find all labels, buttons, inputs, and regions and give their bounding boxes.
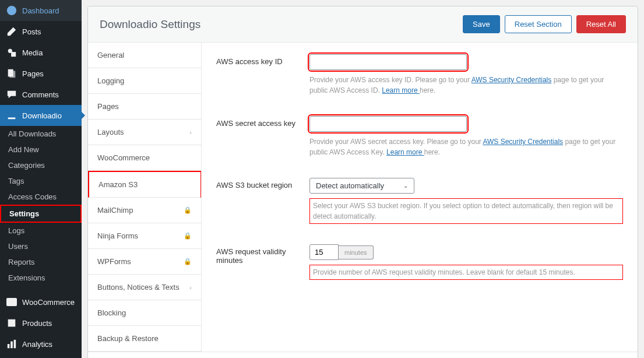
tab-blocking[interactable]: Blocking	[88, 300, 201, 326]
dashboard-icon	[6, 5, 17, 16]
sidebar-item-comments[interactable]: Comments	[0, 84, 82, 105]
sidebar-label: Analytics	[22, 340, 52, 349]
tab-layouts[interactable]: Layouts›	[88, 120, 201, 145]
svg-rect-7	[10, 342, 13, 349]
sidebar-sub-users[interactable]: Users	[0, 238, 82, 254]
page-icon	[6, 68, 17, 79]
sidebar-item-pages[interactable]: Pages	[0, 63, 82, 84]
pin-icon	[6, 26, 17, 37]
sidebar-sub-tags[interactable]: Tags	[0, 173, 82, 189]
sidebar-sub-all-downloads[interactable]: All Downloads	[0, 126, 82, 142]
chevron-right-icon: ›	[189, 129, 192, 136]
region-select[interactable]: Detect automatically⌄	[309, 178, 414, 194]
svg-rect-5	[8, 320, 16, 327]
field-label: AWS request validity minutes	[216, 244, 309, 280]
reset-section-button[interactable]: Reset Section	[505, 15, 572, 33]
tab-backup[interactable]: Backup & Restore	[88, 326, 201, 352]
help-text: Select your AWS S3 bucket region. If you…	[309, 198, 623, 224]
svg-rect-4	[6, 298, 17, 306]
field-region: AWS S3 bucket region Detect automaticall…	[216, 178, 623, 224]
comment-icon	[6, 89, 17, 100]
tab-amazon-s3[interactable]: Amazon S3	[88, 171, 201, 198]
field-label: AWS S3 bucket region	[216, 178, 309, 224]
field-access-key: AWS access key ID Provide your AWS acces…	[216, 54, 623, 96]
form-area: AWS access key ID Provide your AWS acces…	[202, 43, 638, 352]
sidebar-item-marketing[interactable]: Marketing	[0, 355, 82, 358]
learn-more-link[interactable]: Learn more	[382, 86, 420, 94]
field-control: Provide your AWS access key ID. Please g…	[309, 54, 623, 96]
tab-buttons-notices[interactable]: Buttons, Notices & Texts›	[88, 275, 201, 300]
sidebar-sub-access-codes[interactable]: Access Codes	[0, 189, 82, 205]
download-icon	[6, 110, 17, 121]
sidebar-item-analytics[interactable]: Analytics	[0, 334, 82, 355]
sidebar-item-dashboard[interactable]: Dashboard	[0, 0, 82, 21]
minutes-wrap: minutes	[309, 244, 374, 260]
field-control: Provide your AWS secret access key. Plea…	[309, 116, 623, 157]
learn-more-link[interactable]: Learn more	[386, 148, 424, 156]
help-text: Provide your AWS access key ID. Please g…	[309, 75, 623, 96]
aws-credentials-link[interactable]: AWS Security Credentials	[471, 76, 552, 84]
tab-logging[interactable]: Logging	[88, 68, 201, 94]
panel-header: Downloadio Settings Save Reset Section R…	[88, 6, 638, 43]
sidebar-sub-logs[interactable]: Logs	[0, 223, 82, 238]
reset-all-button[interactable]: Reset All	[576, 15, 626, 33]
lock-icon: 🔒	[184, 232, 192, 240]
sidebar-label: Downloadio	[22, 111, 62, 120]
sidebar-sub-reports[interactable]: Reports	[0, 254, 82, 270]
tab-pages[interactable]: Pages	[88, 94, 201, 120]
tab-mailchimp[interactable]: MailChimp🔒	[88, 198, 201, 223]
save-button[interactable]: Save	[463, 15, 500, 33]
tab-label: WPForms	[97, 257, 131, 266]
tab-label: MailChimp	[97, 206, 133, 215]
header-buttons: Save Reset Section Reset All	[463, 15, 626, 33]
sidebar-sub-extensions[interactable]: Extensions	[0, 270, 82, 286]
panel-body: General Logging Pages Layouts› WooCommer…	[88, 43, 638, 352]
validity-input[interactable]	[309, 244, 339, 260]
panel-title: Downloadio Settings	[100, 18, 200, 31]
sidebar-label: Comments	[22, 90, 59, 99]
help-text: Provide your AWS secret access key. Plea…	[309, 136, 623, 157]
secret-key-input[interactable]	[309, 116, 467, 132]
tab-ninja-forms[interactable]: Ninja Forms🔒	[88, 223, 201, 249]
analytics-icon	[6, 338, 17, 350]
field-control: minutes Provide number of AWS request va…	[309, 244, 623, 280]
field-label: AWS secret access key	[216, 116, 309, 157]
chevron-right-icon: ›	[189, 284, 192, 291]
sidebar-item-posts[interactable]: Posts	[0, 21, 82, 42]
sidebar-label: Pages	[22, 69, 44, 78]
sidebar-item-downloadio[interactable]: Downloadio	[0, 105, 82, 126]
media-icon	[6, 47, 17, 58]
lock-icon: 🔒	[184, 258, 192, 265]
settings-tabs: General Logging Pages Layouts› WooCommer…	[88, 43, 202, 352]
access-key-input[interactable]	[309, 54, 467, 70]
panel-footer: Save Reset Section Reset All	[88, 352, 638, 358]
sidebar-label: WooCommerce	[22, 298, 75, 307]
sidebar-item-woocommerce[interactable]: WooCommerce	[0, 292, 82, 313]
svg-rect-6	[8, 344, 10, 348]
tab-label: Ninja Forms	[97, 231, 138, 240]
field-label: AWS access key ID	[216, 54, 309, 96]
woo-icon	[6, 296, 17, 308]
tab-label: Buttons, Notices & Texts	[97, 283, 180, 292]
lock-icon: 🔒	[184, 206, 192, 214]
sidebar-sub-settings[interactable]: Settings	[0, 205, 82, 223]
tab-woocommerce[interactable]: WooCommerce	[88, 145, 201, 171]
chevron-down-icon: ⌄	[403, 182, 408, 189]
main-content: Downloadio Settings Save Reset Section R…	[82, 0, 644, 358]
settings-panel: Downloadio Settings Save Reset Section R…	[87, 6, 638, 358]
field-validity: AWS request validity minutes minutes Pro…	[216, 244, 623, 280]
sidebar-label: Media	[22, 48, 43, 57]
aws-credentials-link[interactable]: AWS Security Credentials	[483, 138, 563, 146]
sidebar-item-media[interactable]: Media	[0, 42, 82, 63]
admin-sidebar: Dashboard Posts Media Pages Comments Dow…	[0, 0, 82, 358]
sidebar-label: Dashboard	[22, 6, 59, 15]
tab-general[interactable]: General	[88, 43, 201, 68]
sidebar-sub-categories[interactable]: Categories	[0, 157, 82, 173]
sidebar-label: Products	[22, 319, 52, 328]
field-secret-key: AWS secret access key Provide your AWS s…	[216, 116, 623, 157]
help-text: Provide number of AWS request validity m…	[309, 265, 623, 280]
sidebar-label: Posts	[22, 27, 41, 36]
sidebar-item-products[interactable]: Products	[0, 313, 82, 334]
sidebar-sub-add-new[interactable]: Add New	[0, 142, 82, 157]
tab-wpforms[interactable]: WPForms🔒	[88, 249, 201, 275]
